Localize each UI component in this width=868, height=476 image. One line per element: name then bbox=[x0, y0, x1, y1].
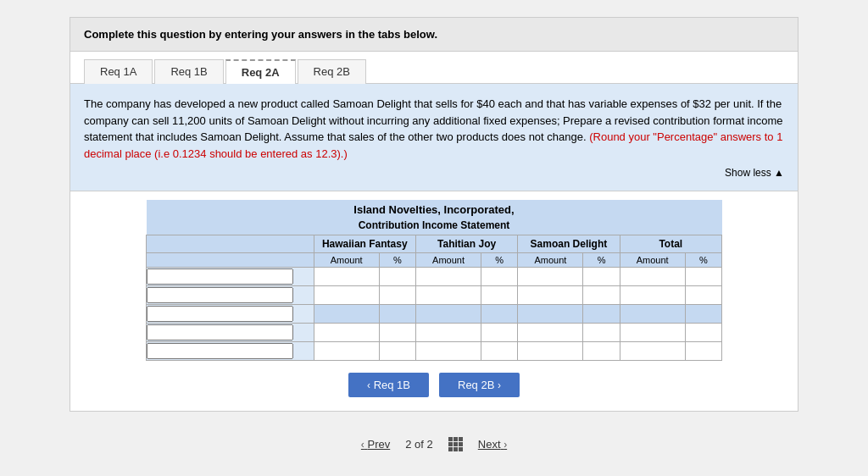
cell-input-tj-pct[interactable] bbox=[481, 286, 517, 304]
sub-header-tj-amount: Amount bbox=[415, 253, 481, 268]
cell-input-sd-amount[interactable] bbox=[518, 342, 582, 360]
cell-sd-pct[interactable] bbox=[583, 268, 620, 286]
cell-tj-pct[interactable] bbox=[481, 342, 518, 361]
tab-req1b[interactable]: Req 1B bbox=[154, 59, 223, 84]
cell-hf-pct[interactable] bbox=[379, 324, 415, 342]
cell-sd-pct[interactable] bbox=[583, 342, 620, 361]
cell-hf-amount bbox=[314, 305, 379, 324]
cell-tj-amount[interactable] bbox=[415, 268, 481, 286]
cell-input-hf-amount[interactable] bbox=[314, 324, 379, 341]
cell-input-total-pct[interactable] bbox=[686, 342, 721, 360]
cell-input-total-amount[interactable] bbox=[620, 342, 685, 360]
cell-hf-amount[interactable] bbox=[314, 324, 379, 342]
cell-input-total-pct[interactable] bbox=[686, 286, 721, 304]
next-req-button[interactable]: Req 2B › bbox=[439, 373, 520, 397]
cell-input-sd-amount[interactable] bbox=[518, 268, 582, 285]
cell-input-hf-amount[interactable] bbox=[314, 342, 379, 360]
cell-sd-amount[interactable] bbox=[518, 324, 583, 342]
tab-req2b[interactable]: Req 2B bbox=[298, 59, 366, 84]
cell-input-total-pct[interactable] bbox=[686, 268, 721, 285]
row-label-input[interactable] bbox=[147, 324, 293, 340]
main-container: Complete this question by entering your … bbox=[70, 17, 798, 412]
cell-sd-amount[interactable] bbox=[518, 342, 583, 361]
sub-header-hf-pct: % bbox=[379, 253, 415, 268]
cell-tj-pct[interactable] bbox=[481, 268, 518, 286]
instruction-bar: Complete this question by entering your … bbox=[70, 18, 798, 52]
table-row bbox=[147, 286, 722, 305]
cell-input-total-amount[interactable] bbox=[620, 324, 685, 341]
cell-input-sd-pct[interactable] bbox=[583, 268, 619, 285]
row-label-cell bbox=[147, 342, 314, 361]
col-header-samoan: Samoan Delight bbox=[518, 235, 620, 253]
cell-total-pct[interactable] bbox=[685, 324, 721, 342]
cell-input-total-amount[interactable] bbox=[620, 286, 685, 304]
cell-input-hf-amount[interactable] bbox=[314, 268, 379, 285]
cell-input-tj-pct[interactable] bbox=[481, 342, 517, 360]
cell-input-tj-pct[interactable] bbox=[481, 268, 517, 285]
cell-input-tj-pct[interactable] bbox=[481, 324, 517, 341]
table-row bbox=[147, 324, 722, 342]
cell-total-pct[interactable] bbox=[685, 342, 721, 361]
cell-input-hf-pct[interactable] bbox=[380, 342, 415, 360]
cell-tj-amount[interactable] bbox=[415, 286, 481, 305]
cell-sd-pct[interactable] bbox=[583, 286, 620, 305]
cell-input-sd-amount[interactable] bbox=[518, 324, 582, 341]
cell-hf-pct[interactable] bbox=[379, 342, 415, 361]
row-label-cell bbox=[147, 324, 314, 342]
cell-sd-amount[interactable] bbox=[518, 286, 583, 305]
tabs-bar: Req 1A Req 1B Req 2A Req 2B bbox=[70, 52, 798, 84]
cell-input-sd-amount[interactable] bbox=[518, 286, 582, 304]
cell-sd-amount bbox=[518, 305, 583, 324]
cell-tj-pct[interactable] bbox=[481, 286, 518, 305]
prev-req-button[interactable]: ‹ Req 1B bbox=[348, 373, 429, 397]
cell-input-tj-amount[interactable] bbox=[416, 268, 481, 285]
cell-input-hf-pct[interactable] bbox=[380, 324, 415, 341]
sub-header-total-amount: Amount bbox=[620, 253, 685, 268]
next-page-link[interactable]: Next › bbox=[478, 438, 507, 451]
cell-tj-pct[interactable] bbox=[481, 324, 518, 342]
cell-total-amount[interactable] bbox=[620, 268, 685, 286]
cell-total-amount[interactable] bbox=[620, 286, 685, 305]
bottom-nav: ‹ Prev 2 of 2 Next › bbox=[361, 437, 507, 451]
cell-total-pct[interactable] bbox=[685, 268, 721, 286]
cell-hf-pct[interactable] bbox=[379, 268, 415, 286]
cell-tj-amount bbox=[415, 305, 481, 324]
sub-header-total-pct: % bbox=[685, 253, 721, 268]
cell-tj-amount[interactable] bbox=[415, 324, 481, 342]
cell-input-sd-pct[interactable] bbox=[583, 342, 619, 360]
cell-input-hf-amount[interactable] bbox=[314, 286, 379, 304]
tab-req1a[interactable]: Req 1A bbox=[84, 59, 153, 84]
col-header-total: Total bbox=[620, 235, 721, 253]
col-header-hawaiian: Hawaiian Fantasy bbox=[314, 235, 415, 253]
cell-total-pct[interactable] bbox=[685, 286, 721, 305]
row-label-input[interactable] bbox=[147, 268, 293, 285]
cell-input-tj-amount[interactable] bbox=[416, 286, 481, 304]
table-row bbox=[147, 305, 722, 324]
row-label-input[interactable] bbox=[147, 287, 293, 303]
cell-input-tj-amount[interactable] bbox=[416, 342, 481, 360]
cell-input-total-pct[interactable] bbox=[686, 324, 721, 341]
table-title: Island Novelties, Incorporated, bbox=[147, 200, 722, 218]
row-label-input[interactable] bbox=[147, 306, 293, 322]
cell-hf-amount[interactable] bbox=[314, 342, 379, 361]
show-less-button[interactable]: Show less ▲ bbox=[84, 167, 784, 179]
cell-hf-pct[interactable] bbox=[379, 286, 415, 305]
cell-sd-pct[interactable] bbox=[583, 324, 620, 342]
cell-input-hf-pct[interactable] bbox=[380, 268, 415, 285]
cell-input-tj-amount[interactable] bbox=[416, 324, 481, 341]
description-text: The company has developed a new product … bbox=[84, 96, 784, 162]
row-label-input[interactable] bbox=[147, 343, 293, 359]
cell-input-sd-pct[interactable] bbox=[583, 286, 619, 304]
cell-input-total-amount[interactable] bbox=[620, 268, 685, 285]
cell-input-hf-pct[interactable] bbox=[380, 286, 415, 304]
cell-total-amount[interactable] bbox=[620, 342, 685, 361]
cell-tj-amount[interactable] bbox=[415, 342, 481, 361]
cell-hf-amount[interactable] bbox=[314, 268, 379, 286]
cell-sd-amount[interactable] bbox=[518, 268, 583, 286]
cell-total-amount[interactable] bbox=[620, 324, 685, 342]
tab-req2a[interactable]: Req 2A bbox=[225, 59, 296, 84]
cell-hf-amount[interactable] bbox=[314, 286, 379, 305]
prev-page-link[interactable]: ‹ Prev bbox=[361, 438, 390, 451]
cell-input-sd-pct[interactable] bbox=[583, 324, 619, 341]
grid-icon[interactable] bbox=[448, 437, 463, 451]
